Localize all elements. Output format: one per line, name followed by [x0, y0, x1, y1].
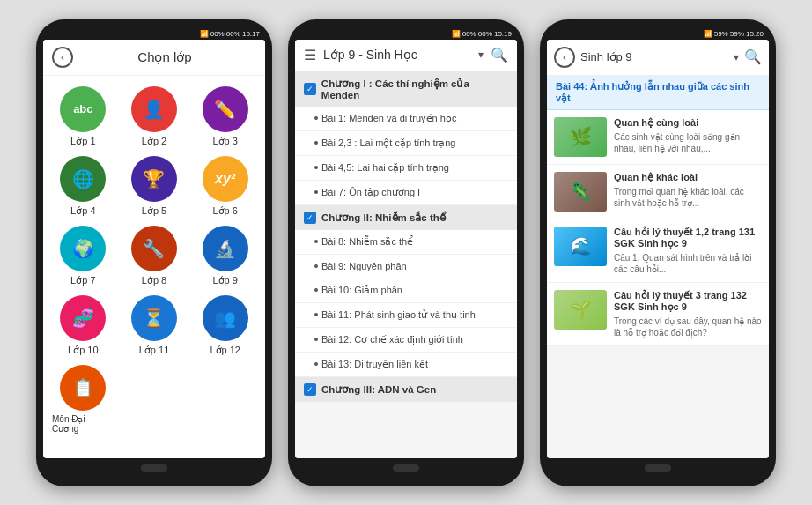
grade-item-lop3[interactable]: ✏️ Lớp 3	[194, 86, 256, 147]
phone3-bottom	[547, 458, 769, 478]
content-desc-4: Trong các ví dụ sau đây, quan hệ nào là …	[614, 316, 762, 338]
dropdown-icon[interactable]: ▾	[478, 48, 484, 61]
phone3-screen: ‹ Sinh lớp 9 ▾ 🔍 Bài 44: Ảnh hưởng lẫn n…	[547, 40, 769, 458]
grade-grid: abc Lớp 1 👤 Lớp 2 ✏️ Lớp 3 🌐 Lớp 4	[43, 76, 265, 444]
lesson-dot-3	[314, 166, 318, 169]
section-header: Bài 44: Ảnh hưởng lẫn nhau giữa các sinh…	[547, 76, 769, 110]
search-icon-3[interactable]: 🔍	[744, 48, 762, 65]
grade-label-mon-dai-cuong: Môn Đại Cương	[52, 414, 114, 434]
phone1-bottom	[43, 458, 265, 478]
chapter-header-2[interactable]: Chương II: Nhiễm sắc thể	[295, 205, 517, 230]
chapter-header-3[interactable]: Chương III: ADN và Gen	[295, 377, 517, 402]
grade-item-lop8[interactable]: 🔧 Lớp 8	[123, 226, 186, 286]
lesson-item-4[interactable]: Bài 7: Ôn tập chương I	[295, 181, 517, 205]
lesson-item-1[interactable]: Bài 1: Menden và di truyền học	[295, 107, 517, 131]
chapter-checkbox-3[interactable]	[304, 383, 316, 396]
thumb-1: 🌿	[554, 117, 607, 157]
phone1-title: Chọn lớp	[73, 49, 256, 65]
grade-icon-lop1: abc	[60, 86, 106, 132]
home-button-2[interactable]	[393, 464, 419, 472]
grade-item-lop6[interactable]: xy² Lớp 6	[194, 156, 256, 217]
grade-item-lop9[interactable]: 🔬 Lớp 9	[194, 226, 256, 286]
grade-icon-lop6: xy²	[203, 156, 248, 202]
grade-label-lop5: Lớp 5	[142, 205, 166, 217]
lesson-item-2[interactable]: Bài 2,3 : Lai một cặp tính trạng	[295, 131, 517, 156]
grade-label-lop8: Lớp 8	[142, 275, 166, 286]
lesson-title-7: Bài 10: Giảm phân	[321, 285, 402, 296]
lesson-item-9[interactable]: Bài 12: Cơ chế xác định giới tính	[295, 328, 517, 353]
lesson-dot-8	[314, 313, 318, 316]
grade-label-lop10: Lớp 10	[68, 345, 99, 356]
phone1-screen: ‹ Chọn lớp abc Lớp 1 👤 Lớp 2 ✏️ Lớp 3	[43, 40, 265, 458]
content-text-4: Câu hỏi lý thuyết 3 trang 132 SGK Sinh h…	[614, 290, 762, 338]
status-bar-3: 📶 59% 59% 15:20	[547, 28, 769, 40]
content-item-2[interactable]: 🦎 Quan hệ khác loài Trong mối quan hệ kh…	[547, 165, 769, 219]
content-desc-1: Các sinh vật cùng loài sống gần nhau, li…	[614, 131, 762, 154]
chapter-header-1[interactable]: Chương I : Các thí nghiệm của Menden	[295, 71, 517, 107]
grade-label-lop6: Lớp 6	[212, 205, 237, 217]
lesson-item-5[interactable]: Bài 8: Nhiễm sắc thể	[295, 230, 517, 255]
menu-icon[interactable]: ☰	[304, 47, 316, 63]
content-desc-3: Câu 1: Quan sát hình trên và trả lời các…	[614, 252, 762, 275]
content-text-3: Câu hỏi lý thuyết 1,2 trang 131 SGK Sinh…	[614, 227, 762, 275]
lesson-title-1: Bài 1: Menden và di truyền học	[321, 113, 456, 124]
grade-icon-lop9: 🔬	[203, 226, 248, 271]
grade-label-lop12: Lớp 12	[210, 345, 240, 356]
content-list: Bài 44: Ảnh hưởng lẫn nhau giữa các sinh…	[547, 76, 769, 458]
grade-icon-lop3: ✏️	[203, 86, 248, 132]
phone2-bottom	[295, 458, 517, 478]
content-text-2: Quan hệ khác loài Trong mối quan hệ khác…	[614, 172, 762, 209]
content-title-1: Quan hệ cùng loài	[614, 117, 762, 129]
rock-image: 🦎	[554, 172, 607, 212]
content-title-3: Câu hỏi lý thuyết 1,2 trang 131 SGK Sinh…	[614, 227, 762, 249]
thumb-3: 🌊	[554, 227, 607, 266]
ecosystem2-image: 🌱	[554, 290, 607, 330]
grade-item-lop5[interactable]: 🏆 Lớp 5	[123, 156, 186, 217]
lesson-dot-5	[314, 240, 318, 243]
lesson-item-6[interactable]: Bài 9: Nguyên phân	[295, 255, 517, 278]
grade-item-lop4[interactable]: 🌐 Lớp 4	[52, 156, 114, 217]
grade-item-lop11[interactable]: ⏳ Lớp 11	[123, 295, 186, 356]
content-item-4[interactable]: 🌱 Câu hỏi lý thuyết 3 trang 132 SGK Sinh…	[547, 283, 769, 346]
grade-icon-lop12: 👥	[203, 295, 248, 341]
lesson-item-10[interactable]: Bài 13: Di truyền liên kết	[295, 353, 517, 377]
grade-item-lop10[interactable]: 🧬 Lớp 10	[52, 295, 114, 356]
home-button-3[interactable]	[645, 464, 671, 472]
grade-item-lop7[interactable]: 🌍 Lớp 7	[52, 226, 114, 286]
back-button-3[interactable]: ‹	[554, 47, 575, 68]
thumb-2: 🦎	[554, 172, 607, 212]
chapter-list: Chương I : Các thí nghiệm của Menden Bài…	[295, 71, 517, 458]
status-bar-1: 📶 60% 60% 15:17	[43, 28, 265, 40]
content-item-3[interactable]: 🌊 Câu hỏi lý thuyết 1,2 trang 131 SGK Si…	[547, 219, 769, 283]
lesson-title-6: Bài 9: Nguyên phân	[321, 261, 407, 271]
lesson-item-8[interactable]: Bài 11: Phát sinh giao tử và thụ tinh	[295, 303, 517, 328]
dropdown-icon-3[interactable]: ▾	[734, 51, 739, 63]
grade-item-lop1[interactable]: abc Lớp 1	[52, 86, 114, 147]
chapter-checkbox-2[interactable]	[304, 212, 316, 224]
grade-label-lop11: Lớp 11	[139, 345, 170, 356]
grade-icon-lop5: 🏆	[131, 156, 177, 202]
chapter-title-2: Chương II: Nhiễm sắc thể	[321, 212, 446, 224]
phone2-screen: ☰ Lớp 9 - Sinh Học ▾ 🔍 Chương I : Các th…	[295, 40, 517, 458]
home-button-1[interactable]	[141, 464, 167, 472]
phone-2: 📶 60% 60% 15:19 ☰ Lớp 9 - Sinh Học ▾ 🔍 C…	[288, 19, 524, 486]
lesson-item-3[interactable]: Bài 4,5: Lai hai cặp tính trạng	[295, 156, 517, 181]
content-item-1[interactable]: 🌿 Quan hệ cùng loài Các sinh vật cùng lo…	[547, 110, 769, 165]
back-button-1[interactable]: ‹	[52, 47, 73, 68]
status-bar-2: 📶 60% 60% 15:19	[295, 28, 517, 40]
phone3-header: ‹ Sinh lớp 9 ▾ 🔍	[547, 40, 769, 76]
grade-label-lop3: Lớp 3	[212, 136, 237, 147]
grade-item-lop12[interactable]: 👥 Lớp 12	[194, 295, 256, 356]
thumb-4: 🌱	[554, 290, 607, 330]
grade-item-mon-dai-cuong[interactable]: 📋 Môn Đại Cương	[52, 365, 114, 434]
lesson-dot-9	[314, 338, 318, 341]
lesson-dot-6	[314, 264, 318, 268]
lesson-item-7[interactable]: Bài 10: Giảm phân	[295, 278, 517, 303]
grade-item-lop2[interactable]: 👤 Lớp 2	[123, 86, 186, 147]
status-icons-1: 📶 60%	[200, 30, 225, 38]
grade-icon-mon-dai-cuong: 📋	[60, 365, 106, 411]
status-icons-2: 📶 60%	[452, 30, 476, 38]
content-text-1: Quan hệ cùng loài Các sinh vật cùng loài…	[614, 117, 762, 154]
chapter-checkbox-1[interactable]	[304, 83, 316, 95]
search-icon[interactable]: 🔍	[491, 47, 508, 63]
